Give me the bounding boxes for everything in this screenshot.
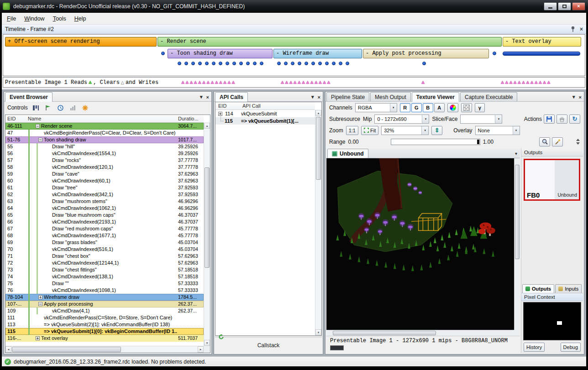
channel-button[interactable]: B (423, 103, 433, 112)
usage-triangle-icon[interactable]: ▲ (194, 78, 197, 87)
right-panel-tab[interactable]: Mesh Output (370, 92, 411, 101)
scrollbar-thumb[interactable] (333, 331, 436, 335)
timeline-bar-render-scene[interactable]: - Render scene (158, 37, 502, 47)
texture-tab-unbound[interactable]: Unbound (327, 149, 368, 158)
event-row[interactable]: 46-111 Render scene 3064.7... (5, 123, 204, 130)
event-dot-icon[interactable] (346, 62, 349, 65)
usage-triangle-icon[interactable]: ▲ (526, 78, 529, 87)
usage-triangle-icon[interactable]: ▲ (219, 78, 222, 87)
event-row[interactable]: 75 Draw "" 57.33333 (5, 280, 204, 287)
wireframe-event-dots[interactable] (277, 62, 349, 65)
event-dot-icon[interactable] (298, 62, 301, 65)
event-row[interactable]: 64 vkCmdDrawIndexed(1062,1) 46.96296 (5, 205, 204, 212)
autofit-range-button[interactable] (552, 137, 563, 146)
event-dot-icon[interactable] (493, 52, 496, 55)
usage-triangle-icon[interactable]: ▲ (509, 78, 512, 87)
usage-triangles-postproc[interactable]: ▲ (421, 78, 425, 87)
event-dot-icon[interactable] (325, 62, 329, 65)
event-row[interactable]: 115 => vkQueueSubmit(1)[0]: vkBeginComma… (5, 328, 204, 335)
usage-triangle-icon[interactable]: ▲ (189, 78, 193, 87)
usage-triangle-icon[interactable]: ▲ (543, 78, 546, 87)
event-row[interactable]: 78-104 Wireframe draw 1784.5... (5, 294, 204, 301)
zoom-select[interactable]: 32%▾ (381, 126, 429, 135)
usage-triangle-icon[interactable]: ▲ (294, 78, 297, 87)
right-panel-tab[interactable]: Texture Viewer (412, 92, 459, 102)
event-row[interactable]: 57 Draw "rocks" 37.77778 (5, 157, 204, 164)
event-dot-icon[interactable] (212, 62, 215, 65)
column-duration[interactable]: Duratio... (177, 115, 204, 122)
event-dot-icon[interactable] (178, 62, 181, 65)
channels-select[interactable]: RGBA▾ (355, 103, 397, 112)
event-dot-icon[interactable] (232, 62, 236, 65)
event-row[interactable]: 51-76 Toon shading draw 1017.7... (5, 136, 204, 143)
event-row[interactable]: 76 vkCmdDrawIndexed(1098,1) 57.33333 (5, 287, 204, 294)
range-slider[interactable] (391, 139, 480, 145)
usage-triangle-icon[interactable]: ▲ (223, 78, 226, 87)
usage-triangle-icon[interactable]: ▲ (501, 78, 504, 87)
event-dot-icon[interactable] (284, 62, 288, 65)
refresh-button[interactable]: ↻ (569, 115, 580, 124)
event-dot-icon[interactable] (260, 62, 263, 65)
channel-button[interactable]: A (434, 103, 445, 112)
event-row[interactable]: 58 vkCmdDrawIndexed(120,1) 37.77778 (5, 164, 204, 171)
scroll-right-icon[interactable]: ▸ (198, 346, 204, 353)
event-row[interactable]: 55 Draw "hill" 39.25926 (5, 143, 204, 150)
color-wheel-button[interactable] (447, 103, 458, 112)
usage-triangle-icon[interactable]: ▲ (210, 78, 214, 87)
mip-select[interactable]: 0 - 1272x690▾ (374, 115, 429, 124)
timeline-bar-toon[interactable]: - Toon shading draw (168, 49, 273, 58)
panel-dropdown-icon[interactable]: ▾ (572, 94, 575, 100)
column-eid[interactable]: EID (5, 115, 26, 122)
panel-dropdown-icon[interactable]: ▾ (200, 94, 203, 100)
event-dot-icon[interactable] (184, 62, 188, 65)
scrollbar-thumb[interactable] (12, 347, 121, 352)
timeline-bar-wireframe[interactable]: - Wireframe draw (273, 49, 362, 58)
event-row[interactable]: 69 Draw "grass blades" 45.03704 (5, 239, 204, 246)
scroll-down-icon[interactable]: ▾ (315, 329, 321, 335)
minimize-button[interactable] (544, 2, 557, 10)
title-bar[interactable]: debugmarker.rdc - RenderDoc Unofficial r… (0, 0, 588, 13)
menu-item[interactable]: Help (70, 14, 90, 23)
event-row[interactable]: 65 Draw "blue mushroom caps" 46.37037 (5, 212, 204, 219)
event-row[interactable]: 56 vkCmdDrawIndexed(1554,1) 39.25926 (5, 150, 204, 157)
channel-button[interactable]: G (411, 103, 422, 112)
timeline-events-bar[interactable] (503, 52, 580, 56)
event-dot-icon[interactable] (291, 62, 294, 65)
menu-item[interactable]: File (3, 14, 20, 23)
right-panel-tab[interactable]: Capture Executable (460, 92, 517, 101)
api-table-header[interactable]: EID API Call (215, 102, 315, 110)
event-dot-icon[interactable] (205, 62, 209, 65)
timeline-track[interactable]: + Off-screen scene rendering - Render sc… (3, 34, 585, 76)
jump-to-eid-icon[interactable] (44, 104, 52, 112)
usage-triangles-toon[interactable]: ▲▲▲▲▲▲▲▲▲▲▲▲▲ (181, 78, 235, 87)
usage-triangle-icon[interactable]: ▲ (535, 78, 538, 87)
event-scrollbar-vertical[interactable]: ▴ ▾ (204, 123, 210, 346)
timeline-bar-offscreen[interactable]: + Off-screen scene rendering (5, 37, 157, 47)
usage-triangle-icon[interactable]: ▲ (306, 78, 309, 87)
zoom-range-button[interactable] (539, 137, 550, 146)
panel-close-icon[interactable]: × (318, 94, 320, 100)
save-texture-button[interactable] (544, 115, 555, 124)
usage-triangle-icon[interactable]: ▲ (323, 78, 326, 87)
usage-triangle-icon[interactable]: ▲ (298, 78, 301, 87)
usage-triangle-icon[interactable]: ▲ (315, 78, 318, 87)
usage-triangle-icon[interactable]: ▲ (289, 78, 292, 87)
scroll-left-icon[interactable]: ◂ (5, 346, 11, 353)
usage-triangle-icon[interactable]: ▲ (522, 78, 525, 87)
panel-dropdown-icon[interactable]: ▾ (311, 94, 314, 100)
event-row[interactable]: 59 Draw "cave" 37.62963 (5, 171, 204, 177)
column-eid[interactable]: EID (215, 102, 241, 109)
usage-triangle-icon[interactable]: ▲ (514, 78, 517, 87)
event-dot-icon[interactable] (332, 62, 336, 65)
usage-triangles-overlay[interactable]: ▲▲▲▲▲▲▲▲▲▲▲▲ (501, 78, 550, 87)
usage-triangle-icon[interactable]: ▲ (327, 78, 330, 87)
column-api-call[interactable]: API Call (241, 102, 315, 109)
api-call-row[interactable]: 115 => vkQueueSubmit(1)[... (215, 117, 315, 125)
event-row[interactable]: 109 vkCmdDraw(4,1) 262.37... (5, 307, 204, 314)
tab-inputs[interactable]: Inputs (555, 284, 582, 293)
tab-list-dropdown-icon[interactable]: ▾ (515, 151, 517, 156)
event-row[interactable]: 60 vkCmdDrawIndexed(60,1) 37.62963 (5, 177, 204, 184)
usage-triangle-icon[interactable]: ▲ (206, 78, 210, 87)
zoom-1to1-button[interactable]: 1:1 (346, 126, 358, 135)
fb0-thumbnail[interactable]: FB0 Unbound (524, 159, 580, 201)
